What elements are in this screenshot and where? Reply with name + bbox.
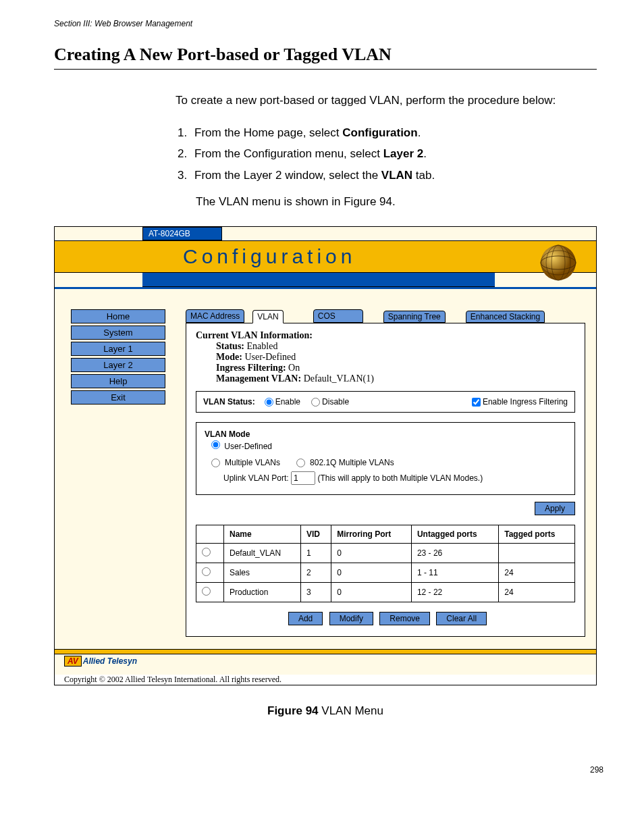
apply-button[interactable]: Apply — [535, 502, 575, 515]
vlan-status-label: VLAN Status: — [203, 397, 255, 407]
vlan-status-box: VLAN Status: Enable Disable En — [196, 391, 575, 413]
page-title: Creating A New Port-based or Tagged VLAN — [54, 45, 597, 70]
tab-mac-address[interactable]: MAC Address — [186, 309, 244, 323]
sub-banner — [142, 273, 495, 287]
status-enable-radio[interactable] — [265, 398, 273, 407]
mode-multiple-vlans-radio[interactable] — [211, 459, 220, 467]
tab-spanning-tree[interactable]: Spanning Tree — [383, 311, 446, 323]
mode-user-defined-radio[interactable] — [211, 440, 220, 449]
globe-icon — [539, 244, 577, 282]
add-button[interactable]: Add — [288, 612, 323, 625]
table-row: Sales 2 0 1 - 11 24 — [196, 563, 575, 583]
row-select-radio[interactable] — [202, 587, 211, 596]
nav-help[interactable]: Help — [71, 374, 165, 388]
table-row: Default_VLAN 1 0 23 - 26 — [196, 544, 575, 563]
step-3: From the Layer 2 window, select the VLAN… — [190, 167, 597, 184]
steps-list: From the Home page, select Configuration… — [176, 124, 597, 184]
row-select-radio[interactable] — [202, 567, 211, 576]
nav-system[interactable]: System — [71, 325, 165, 340]
vlan-panel: Current VLAN Information: Status: Enable… — [186, 323, 585, 637]
footer-ribbon — [55, 649, 596, 654]
status-disable-radio[interactable] — [311, 398, 320, 407]
step-2: From the Configuration menu, select Laye… — [190, 145, 597, 163]
remove-button[interactable]: Remove — [379, 612, 430, 625]
figure-screenshot: AT-8024GB Configuration — [54, 226, 597, 685]
banner: Configuration — [55, 240, 596, 273]
uplink-vlan-port-input[interactable] — [291, 471, 315, 485]
ingress-filter-checkbox[interactable] — [472, 398, 481, 407]
steps-follow: The VLAN menu is shown in Figure 94. — [196, 195, 597, 209]
copyright: Copyright © 2002 Allied Telesyn Internat… — [55, 675, 596, 685]
row-select-radio[interactable] — [202, 548, 211, 556]
nav-exit[interactable]: Exit — [71, 390, 165, 405]
figure-caption: Figure 94 VLAN Menu — [54, 704, 597, 718]
info-header: Current VLAN Information: — [196, 330, 575, 341]
brand-mark-icon: AV — [64, 656, 82, 667]
clear-all-button[interactable]: Clear All — [436, 612, 487, 625]
tab-cos[interactable]: COS — [313, 309, 363, 323]
vlan-mode-box: VLAN Mode User-Defined Multiple VLANs 8 — [196, 422, 575, 495]
tab-enhanced-stacking[interactable]: Enhanced Stacking — [466, 311, 545, 323]
step-1: From the Home page, select Configuration… — [190, 124, 597, 142]
device-label: AT-8024GB — [142, 227, 222, 240]
nav-home[interactable]: Home — [71, 309, 165, 323]
nav-layer2[interactable]: Layer 2 — [71, 358, 165, 372]
tab-vlan[interactable]: VLAN — [252, 310, 283, 323]
section-header: Section III: Web Browser Management — [54, 19, 597, 28]
intro-text: To create a new port-based or tagged VLA… — [176, 93, 597, 109]
page-number: 298 — [54, 765, 603, 775]
vlan-mode-title: VLAN Mode — [205, 429, 566, 439]
tab-row: MAC Address VLAN COS Spanning Tree Enhan… — [186, 309, 585, 323]
banner-title: Configuration — [183, 245, 356, 268]
mode-8021q-radio[interactable] — [296, 459, 305, 467]
vlan-table: Name VID Mirroring Port Untagged ports T… — [196, 525, 575, 602]
table-row: Production 3 0 12 - 22 24 — [196, 583, 575, 602]
nav-layer1[interactable]: Layer 1 — [71, 342, 165, 356]
footer-brand: AV Allied Telesyn — [55, 654, 596, 668]
modify-button[interactable]: Modify — [329, 612, 373, 625]
nav-sidebar: Home System Layer 1 Layer 2 Help Exit — [71, 309, 165, 407]
ingress-filter-label: Enable Ingress Filtering — [483, 397, 568, 407]
